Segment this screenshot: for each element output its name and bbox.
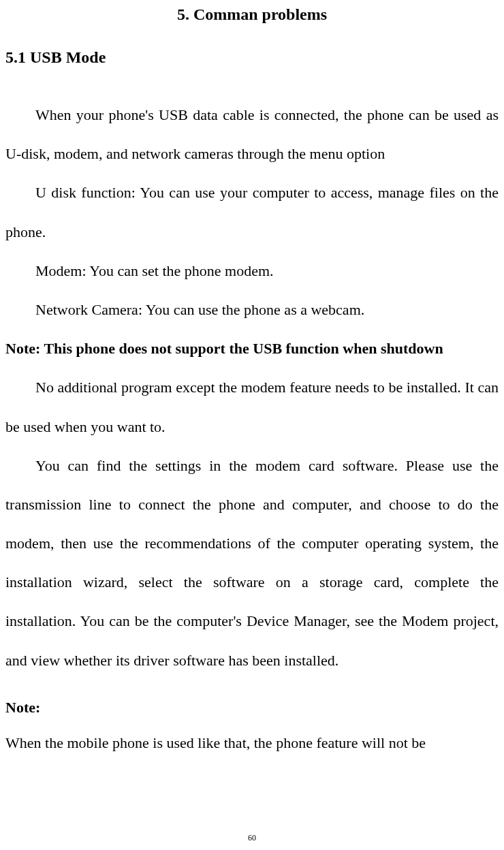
page-number: 60 — [0, 833, 504, 843]
body-text: When your phone's USB data cable is conn… — [5, 95, 499, 762]
paragraph: U disk function: You can use your comput… — [5, 173, 499, 251]
paragraph: Modem: You can set the phone modem. — [5, 251, 499, 290]
paragraph: Network Camera: You can use the phone as… — [5, 290, 499, 329]
paragraph: When the mobile phone is used like that,… — [5, 723, 499, 762]
paragraph: No additional program except the modem f… — [5, 368, 499, 445]
document-page: 5. Comman problems 5.1 USB Mode When you… — [5, 5, 499, 850]
paragraph: When your phone's USB data cable is conn… — [5, 95, 499, 173]
chapter-title: 5. Comman problems — [5, 5, 499, 24]
note-label: Note: — [5, 699, 499, 717]
section-title: 5.1 USB Mode — [5, 48, 499, 67]
note-text: Note: This phone does not support the US… — [5, 329, 499, 368]
paragraph: You can find the settings in the modem c… — [5, 446, 499, 680]
